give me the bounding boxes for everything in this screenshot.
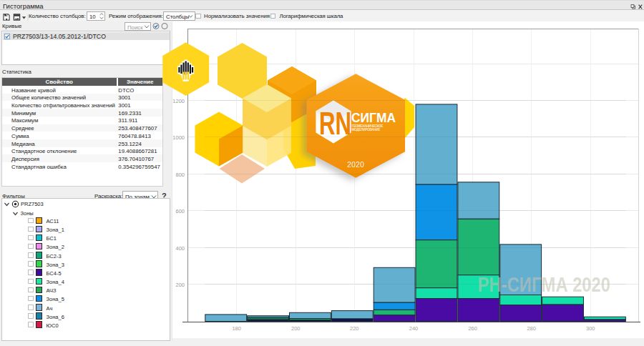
svg-text:ГЕОМЕХАНИЧЕСКОЕ: ГЕОМЕХАНИЧЕСКОЕ (352, 124, 384, 128)
svg-text:260: 260 (468, 325, 477, 332)
svg-text:МОДЕЛИРОВАНИЕ: МОДЕЛИРОВАНИЕ (352, 128, 381, 132)
svg-text:600: 600 (175, 208, 185, 214)
svg-text:2020: 2020 (347, 160, 365, 169)
svg-text:СИГМА: СИГМА (351, 111, 396, 125)
svg-text:200: 200 (291, 325, 301, 332)
svg-text:200: 200 (175, 282, 185, 288)
svg-text:400: 400 (175, 245, 185, 252)
svg-text:280: 280 (527, 325, 536, 332)
svg-text:800: 800 (175, 172, 185, 178)
svg-text:1200: 1200 (172, 98, 185, 104)
svg-text:RN: RN (319, 106, 351, 141)
svg-text:180: 180 (232, 325, 241, 332)
svg-text:220: 220 (350, 325, 359, 332)
svg-text:1000: 1000 (172, 134, 185, 141)
svg-text:РН-СИГМА 2020: РН-СИГМА 2020 (478, 273, 610, 296)
svg-text:240: 240 (409, 325, 419, 332)
svg-text:300: 300 (586, 325, 595, 332)
